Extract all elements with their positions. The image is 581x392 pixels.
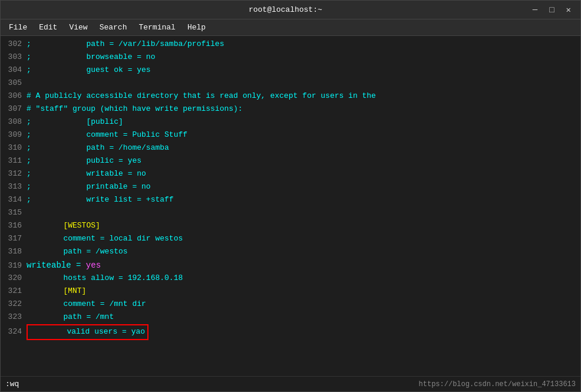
code-line: 305 [1,77,580,90]
line-content: ; path = /var/lib/samba/profiles [27,38,224,51]
code-area: 302; path = /var/lib/samba/profiles303; … [1,36,580,376]
code-line: 315 [1,207,580,220]
code-line: 321 [MNT] [1,285,580,298]
line-content: ; writable = no [27,168,146,180]
line-number: 324 [3,326,27,338]
line-content: # A publicly accessible directory that i… [27,90,376,103]
line-number: 320 [3,272,27,285]
line-content: ; public = yes [27,155,141,167]
menu-terminal[interactable]: Terminal [133,22,181,33]
code-line: 318 path = /westos [1,246,580,259]
line-number: 321 [3,285,27,298]
line-number: 322 [3,298,27,311]
line-content: # "staff" group (which have write permis… [27,103,243,116]
line-number: 308 [3,116,27,129]
line-number: 317 [3,233,27,245]
line-content: [MNT] [27,285,86,298]
menu-help[interactable]: Help [181,22,212,33]
line-number: 310 [3,142,27,154]
code-line: 320 hosts allow = 192.168.0.18 [1,272,580,285]
code-line: 311; public = yes [1,155,580,168]
line-content: ; [public] [27,116,123,129]
terminal-body: 302; path = /var/lib/samba/profiles303; … [1,36,580,391]
line-content: comment = /mnt dir [27,298,146,311]
line-number: 323 [3,311,27,324]
line-number: 314 [3,194,27,206]
code-line: 312; writable = no [1,168,580,181]
code-line: 310; path = /home/samba [1,142,580,155]
line-number: 315 [3,207,27,219]
line-content: path = /westos [27,246,128,258]
line-number: 306 [3,90,27,103]
line-number: 309 [3,129,27,141]
code-line: 302; path = /var/lib/samba/profiles [1,38,580,51]
line-number: 305 [3,77,27,90]
line-number: 302 [3,38,27,51]
code-line: 308; [public] [1,116,580,129]
line-content: ; browseable = no [27,51,155,64]
code-line: 306# A publicly accessible directory tha… [1,90,580,103]
status-bar: :wq https://blog.csdn.net/weixin_4713361… [1,376,580,391]
status-url: https://blog.csdn.net/weixin_47133613 [419,380,576,388]
menu-bar: File Edit View Search Terminal Help [1,19,580,36]
line-content: ; write list = +staff [27,194,174,206]
line-content: path = /mnt [27,311,114,324]
line-number: 318 [3,246,27,258]
code-line: 317 comment = local dir westos [1,233,580,246]
window-controls[interactable]: ─ □ ✕ [529,4,575,16]
menu-file[interactable]: File [3,22,33,33]
menu-view[interactable]: View [63,22,93,33]
line-number: 307 [3,103,27,116]
line-number: 304 [3,64,27,77]
code-line: 323 path = /mnt [1,311,580,324]
code-line: 316 [WESTOS] [1,220,580,233]
window-title: root@localhost:~ [42,5,529,14]
code-line: 324 valid users = yao [1,324,580,340]
title-bar: root@localhost:~ ─ □ ✕ [1,1,580,19]
line-content: ; guest ok = yes [27,64,151,77]
code-line: 304; guest ok = yes [1,64,580,77]
line-content: comment = local dir westos [27,233,183,245]
menu-search[interactable]: Search [94,22,133,33]
line-content: valid users = yao [27,324,148,340]
code-line: 322 comment = /mnt dir [1,298,580,311]
terminal-window: root@localhost:~ ─ □ ✕ File Edit View Se… [0,0,581,392]
line-content: [WESTOS] [27,220,100,232]
line-content: writeable = yes [27,259,101,272]
line-number: 312 [3,168,27,180]
code-line: 303; browseable = no [1,51,580,64]
code-line: 309; comment = Public Stuff [1,129,580,142]
line-number: 311 [3,155,27,167]
line-number: 319 [3,260,27,272]
line-number: 313 [3,181,27,193]
code-line: 313; printable = no [1,181,580,194]
line-number: 316 [3,220,27,232]
maximize-button[interactable]: □ [546,4,557,16]
minimize-button[interactable]: ─ [529,4,541,16]
line-content: ; printable = no [27,181,151,193]
close-button[interactable]: ✕ [563,4,575,16]
line-number: 303 [3,51,27,64]
code-line: 319 writeable = yes [1,259,580,272]
vim-command: :wq [5,380,19,388]
code-line: 307# "staff" group (which have write per… [1,103,580,116]
line-content: ; comment = Public Stuff [27,129,187,141]
line-content: ; path = /home/samba [27,142,169,154]
line-content: hosts allow = 192.168.0.18 [27,272,183,285]
code-line: 314; write list = +staff [1,194,580,207]
menu-edit[interactable]: Edit [33,22,63,33]
